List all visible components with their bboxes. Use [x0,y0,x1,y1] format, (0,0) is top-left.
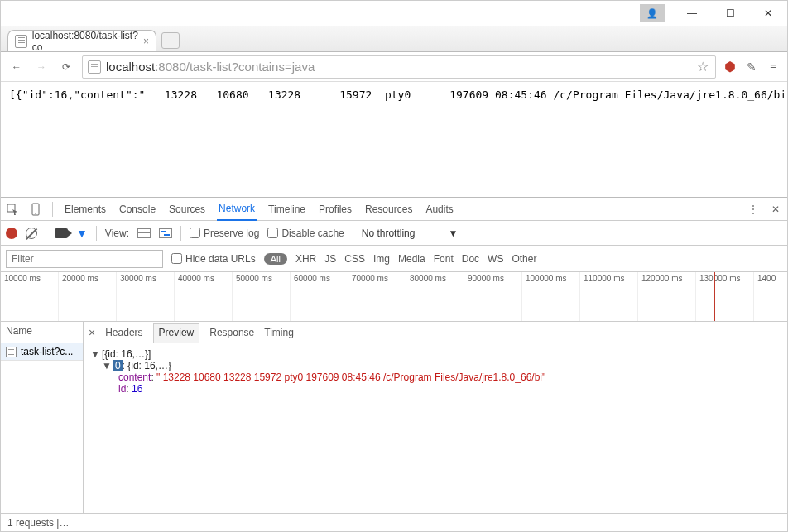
devtools-tabs: Elements Console Sources Network Timelin… [1,198,787,221]
request-detail: × Headers Preview Response Timing ▼[{id:… [84,322,787,513]
titlebar: 👤 — ☐ ✕ [1,1,787,26]
view-large-rows-icon[interactable] [137,228,151,238]
view-label: View: [105,228,129,239]
throttling-select[interactable]: No throttling [362,228,416,239]
tab-resources[interactable]: Resources [363,198,414,220]
detail-tab-preview[interactable]: Preview [153,323,200,343]
filter-css[interactable]: CSS [344,253,365,265]
tab-title: localhost:8080/task-list?co [32,30,138,53]
inspect-icon[interactable] [6,203,19,216]
hide-data-urls-checkbox[interactable]: Hide data URLs [171,253,256,265]
request-list-header[interactable]: Name [1,322,83,343]
detail-tab-response[interactable]: Response [209,322,254,343]
expand-icon[interactable]: ▼ [90,348,100,360]
preview-index-rest: : {id: 16,…} [123,360,171,371]
timeline-tick: 60000 ms [291,272,348,322]
devtools-menu-icon[interactable]: ⋮ [748,204,759,215]
timeline-tick: 50000 ms [233,272,291,322]
waterfall-timeline[interactable]: 10000 ms 20000 ms 30000 ms 40000 ms 5000… [1,272,787,322]
timeline-tick: 20000 ms [59,272,117,322]
browser-tab[interactable]: localhost:8080/task-list?co × [7,30,156,51]
timeline-tick: 110000 ms [580,272,638,322]
timeline-tick: 30000 ms [117,272,175,322]
timeline-tick: 40000 ms [175,272,233,322]
filter-doc[interactable]: Doc [462,253,479,265]
devtools-close-icon[interactable]: ✕ [769,203,782,216]
tab-console[interactable]: Console [118,198,157,220]
devtools-panel: Elements Console Sources Network Timelin… [1,197,787,531]
address-bar[interactable]: localhost:8080/task-list?contains=java ☆ [82,55,716,79]
detail-tab-timing[interactable]: Timing [264,322,294,343]
bookmark-star-icon[interactable]: ☆ [695,60,710,74]
document-icon [6,347,17,357]
filter-other[interactable]: Other [512,253,536,265]
timeline-tick: 120000 ms [638,272,696,322]
preserve-log-checkbox[interactable]: Preserve log [190,228,259,239]
back-button[interactable]: ← [7,58,26,76]
evernote-icon[interactable]: ✎ [744,60,759,74]
expand-icon[interactable]: ▼ [102,360,112,371]
user-icon[interactable]: 👤 [640,4,665,22]
tab-profiles[interactable]: Profiles [317,198,353,220]
ublock-icon[interactable]: ⬢ [723,60,738,74]
preview-root: [{id: 16,…}] [102,348,151,360]
filter-toggle-icon[interactable]: ▼ [76,227,88,240]
tab-close-icon[interactable]: × [143,36,149,47]
tab-network[interactable]: Network [217,199,257,221]
type-filter-pills: All XHR JS CSS Img Media Font Doc WS Oth… [264,253,537,265]
filter-xhr[interactable]: XHR [296,253,316,265]
url-text: localhost:8080/task-list?contains=java [106,60,690,74]
preview-id-value: 16 [132,383,142,395]
timeline-tick: 90000 ms [464,272,522,322]
preview-id-key: id [118,383,126,395]
maximize-button[interactable]: ☐ [711,1,749,26]
filter-all[interactable]: All [264,253,287,265]
filter-img[interactable]: Img [373,253,390,265]
filter-font[interactable]: Font [434,253,454,265]
timeline-tick: 70000 ms [348,272,406,322]
timeline-tick: 10000 ms [1,272,59,322]
filter-input[interactable] [6,250,163,268]
throttling-caret-icon[interactable]: ▼ [448,228,458,239]
view-waterfall-icon[interactable] [159,228,172,238]
filter-media[interactable]: Media [398,253,425,265]
timeline-marker [714,272,715,321]
clear-button[interactable] [26,228,37,239]
detail-tabs: × Headers Preview Response Timing [84,322,787,343]
timeline-tick: 1400 [754,272,787,322]
request-count: 1 requests |… [7,517,69,529]
tab-elements[interactable]: Elements [63,198,108,220]
network-body: Name task-list?c... × Headers Preview Re… [1,322,787,513]
detail-close-icon[interactable]: × [89,326,95,339]
request-list: Name task-list?c... [1,322,84,513]
timeline-tick: 80000 ms [406,272,464,322]
preview-body: ▼[{id: 16,…}] ▼0: {id: 16,…} content: " … [84,343,787,513]
record-button[interactable] [6,228,17,239]
chrome-menu-icon[interactable]: ≡ [766,60,781,74]
tab-timeline[interactable]: Timeline [267,198,307,220]
timeline-tick: 100000 ms [522,272,580,322]
page-response-text: [{"id":16,"content":" 13228 10680 13228 … [1,82,787,108]
tab-sources[interactable]: Sources [167,198,207,220]
detail-tab-headers[interactable]: Headers [105,322,142,343]
preview-content-value: " 13228 10680 13228 15972 pty0 197609 08… [156,371,545,383]
network-status-bar: 1 requests |… [1,513,787,531]
capture-screenshot-icon[interactable] [55,228,68,238]
request-row[interactable]: task-list?c... [1,343,83,361]
filter-js[interactable]: JS [324,253,336,265]
device-mode-icon[interactable] [29,203,42,216]
request-name: task-list?c... [21,346,73,357]
minimize-button[interactable]: — [673,1,711,26]
new-tab-button[interactable] [161,32,180,49]
forward-button[interactable]: → [32,58,50,76]
site-info-icon[interactable] [88,60,101,74]
close-window-button[interactable]: ✕ [749,1,787,26]
reload-button[interactable]: ⟳ [57,58,75,76]
filter-ws[interactable]: WS [488,253,503,265]
page-icon [15,35,27,48]
timeline-tick: 130000 ms [696,272,754,322]
disable-cache-checkbox[interactable]: Disable cache [267,228,344,239]
tab-audits[interactable]: Audits [424,198,454,220]
preview-index[interactable]: 0 [113,360,123,371]
svg-point-2 [35,213,36,214]
